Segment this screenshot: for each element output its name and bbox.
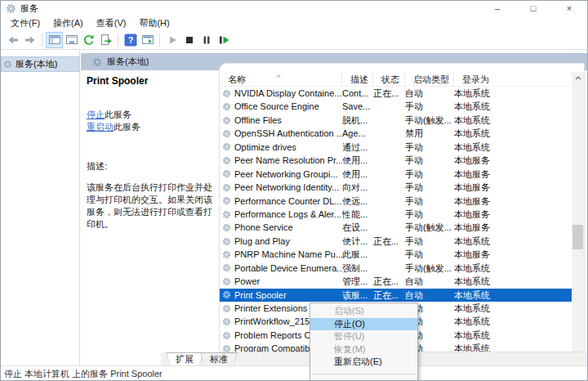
show-action-pane-icon[interactable] bbox=[139, 32, 156, 48]
service-row[interactable]: Power管理...正在...自动本地系统 bbox=[220, 275, 572, 288]
export-list-icon[interactable] bbox=[97, 32, 114, 48]
service-logon-cell: 本地服务 bbox=[454, 168, 572, 181]
service-row[interactable]: Performance Logs & Aler...性能...手动本地服务 bbox=[220, 208, 572, 221]
service-desc-cell: 该服... bbox=[342, 289, 373, 302]
service-status-cell bbox=[373, 195, 405, 208]
vertical-scrollbar[interactable] bbox=[572, 72, 584, 352]
service-name-cell: Optimize drives bbox=[220, 141, 342, 154]
menu-action[interactable]: 操作(A) bbox=[47, 16, 90, 30]
service-row[interactable]: Performance Counter DL...使远...手动本地服务 bbox=[220, 195, 572, 208]
service-gear-icon bbox=[222, 250, 231, 259]
service-startup-cell: 手动 bbox=[405, 181, 454, 194]
service-logon-cell: 本地系统 bbox=[454, 262, 572, 275]
service-startup-cell: 手动(触发... bbox=[405, 114, 454, 127]
menu-view[interactable]: 查看(V) bbox=[90, 16, 133, 30]
context-menu-item[interactable]: 停止(O) bbox=[310, 318, 417, 331]
service-name-cell: Peer Networking Groupi... bbox=[220, 168, 342, 181]
menu-bar: 文件(F)操作(A)查看(V)帮助(H) bbox=[1, 16, 587, 30]
service-gear-icon bbox=[222, 129, 231, 138]
service-desc-cell: 脱机... bbox=[342, 114, 373, 127]
column-header-1[interactable]: 描述 bbox=[342, 72, 373, 86]
service-startup-cell: 手动 bbox=[405, 154, 454, 167]
toolbar: ? bbox=[1, 30, 587, 50]
service-row[interactable]: Portable Device Enumera...强制...手动(触发...本… bbox=[220, 262, 572, 275]
menu-help[interactable]: 帮助(H) bbox=[132, 16, 176, 30]
pause-service-icon[interactable] bbox=[198, 32, 215, 48]
service-logon-cell: 本地系统 bbox=[454, 275, 572, 288]
column-header-0[interactable]: 名称^ bbox=[220, 72, 342, 86]
service-name-cell: Performance Logs & Aler... bbox=[220, 208, 342, 221]
service-status-cell bbox=[373, 127, 405, 140]
tab-extended[interactable]: 扩展 bbox=[166, 352, 203, 365]
service-row[interactable]: Peer Networking Identity...向对...手动本地服务 bbox=[220, 181, 572, 194]
show-console-tree-icon[interactable] bbox=[46, 32, 63, 48]
tab-standard[interactable]: 标准 bbox=[200, 352, 238, 365]
stop-service-icon[interactable] bbox=[180, 32, 198, 48]
minimize-button[interactable]: – bbox=[479, 1, 515, 16]
service-desc-cell: 强制... bbox=[342, 262, 373, 275]
service-logon-cell: 本地服务 bbox=[454, 221, 572, 234]
service-name: Portable Device Enumera... bbox=[234, 262, 342, 275]
service-gear-icon bbox=[222, 183, 231, 192]
start-service-icon[interactable] bbox=[163, 32, 180, 48]
service-desc-cell: 在设... bbox=[342, 221, 373, 234]
service-row[interactable]: Print Spooler该服...正在...自动本地系统 bbox=[220, 289, 572, 302]
service-logon-cell: 本地系统 bbox=[454, 114, 572, 127]
service-row[interactable]: Plug and Play使计...正在...手动本地系统 bbox=[220, 235, 572, 248]
service-name: Offline Files bbox=[234, 114, 282, 127]
forward-icon[interactable] bbox=[21, 32, 38, 48]
refresh-icon[interactable] bbox=[80, 32, 97, 48]
service-row[interactable]: PNRP Machine Name Pu...此服...手动本地服务 bbox=[220, 248, 572, 261]
service-row[interactable]: NVIDIA Display Containe...Cont...正在...自动… bbox=[220, 87, 572, 100]
service-gear-icon bbox=[222, 210, 231, 219]
service-status-cell bbox=[373, 262, 405, 275]
service-name: Performance Counter DL... bbox=[234, 195, 341, 208]
service-status-cell bbox=[373, 141, 405, 154]
service-name-cell: Power bbox=[220, 275, 342, 288]
tree-item-services-local[interactable]: 服务(本地) bbox=[1, 56, 79, 72]
context-menu-item: 暂停(U) bbox=[310, 330, 417, 343]
service-name: OpenSSH Authentication ... bbox=[234, 127, 342, 140]
help-icon[interactable]: ? bbox=[122, 32, 139, 48]
service-name: Power bbox=[234, 275, 260, 288]
tab-label: 标准 bbox=[201, 353, 237, 365]
service-row[interactable]: OpenSSH Authentication ...Age...禁用本地系统 bbox=[220, 127, 572, 140]
service-row[interactable]: Peer Name Resolution Pr...使用...手动本地服务 bbox=[220, 154, 572, 167]
service-logon-cell: 本地系统 bbox=[454, 302, 572, 315]
svg-text:?: ? bbox=[127, 35, 133, 45]
back-icon[interactable] bbox=[4, 32, 21, 48]
service-row[interactable]: Office Source EngineSave...手动本地系统 bbox=[220, 100, 572, 113]
column-header-4[interactable]: 登录为 bbox=[454, 72, 572, 86]
service-name-cell: Portable Device Enumera... bbox=[220, 262, 342, 275]
restart-service-icon[interactable] bbox=[215, 32, 232, 48]
service-row[interactable]: Offline Files脱机...手动(触发...本地系统 bbox=[220, 114, 572, 127]
service-row[interactable]: Phone Service在设...手动(触发...本地服务 bbox=[220, 221, 572, 234]
stop-service-link[interactable]: 停止 bbox=[87, 110, 105, 119]
service-startup-cell: 手动(触发... bbox=[405, 262, 454, 275]
column-header-3[interactable]: 启动类型 bbox=[405, 72, 454, 86]
context-menu-item[interactable]: 重新启动(E) bbox=[310, 356, 417, 369]
service-startup-cell: 手动 bbox=[405, 141, 454, 154]
scrollbar-thumb[interactable] bbox=[572, 225, 583, 249]
service-gear-icon bbox=[222, 290, 231, 299]
toolbar-separator bbox=[42, 34, 42, 47]
main-area: 服务(本地) 服务(本地) Print Spooler 停止此服务 重启动此服务… bbox=[1, 51, 587, 365]
column-header-2[interactable]: 状态 bbox=[373, 72, 405, 86]
scroll-up-icon[interactable] bbox=[572, 72, 584, 84]
service-status-cell bbox=[373, 114, 405, 127]
service-row[interactable]: Optimize drives通过...手动本地系统 bbox=[220, 141, 572, 154]
list-header: 名称^描述状态启动类型登录为 bbox=[220, 72, 572, 87]
service-desc-cell: 使远... bbox=[342, 195, 373, 208]
service-name-cell: Office Source Engine bbox=[220, 100, 342, 113]
properties-icon[interactable] bbox=[63, 32, 80, 48]
service-logon-cell: 本地系统 bbox=[454, 127, 572, 140]
service-gear-icon bbox=[222, 344, 231, 352]
close-button[interactable]: × bbox=[551, 1, 587, 16]
service-row[interactable]: Peer Networking Groupi...使用...手动本地服务 bbox=[220, 168, 572, 181]
service-startup-cell: 手动 bbox=[405, 100, 454, 113]
pane-header-label: 服务(本地) bbox=[107, 56, 149, 68]
menu-file[interactable]: 文件(F) bbox=[4, 16, 47, 30]
service-name: Peer Name Resolution Pr... bbox=[234, 154, 342, 167]
restart-service-link[interactable]: 重启动 bbox=[87, 122, 114, 132]
maximize-button[interactable]: □ bbox=[515, 1, 551, 16]
